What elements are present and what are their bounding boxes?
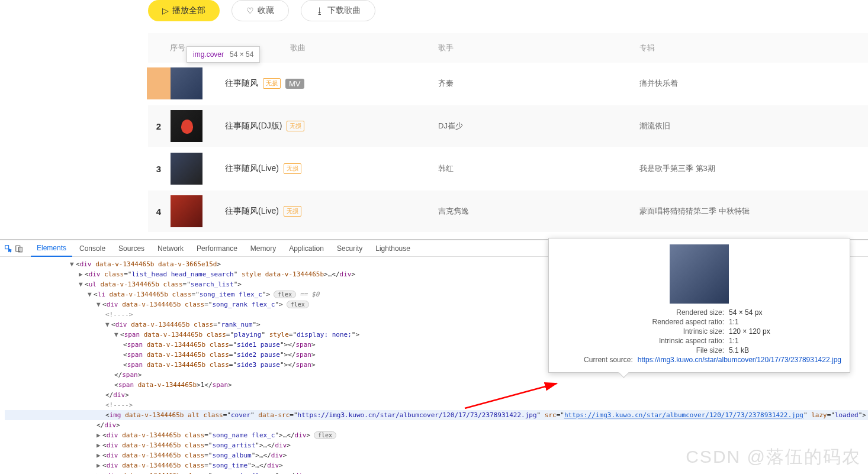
current-source-value[interactable]: https://img3.kuwo.cn/star/albumcover/120… [638, 356, 841, 364]
favorite-button[interactable]: ♡收藏 [232, 0, 289, 21]
tooltip-dimensions: 54 × 54 [230, 50, 253, 59]
tab-security[interactable]: Security [331, 241, 368, 256]
mv-badge[interactable]: MV [285, 79, 304, 89]
rendered-size-value: 54 × 54 px [729, 308, 762, 317]
song-name[interactable]: 往事随风(Live) [225, 163, 279, 174]
element-inspect-tooltip: img.cover 54 × 54 [187, 46, 260, 63]
selected-dom-node[interactable]: <img data-v-1344465b alt class="cover" d… [5, 410, 868, 420]
album-cover[interactable] [171, 153, 202, 185]
preview-thumbnail [670, 244, 729, 304]
quality-badge: 无损 [284, 163, 301, 174]
album-name[interactable]: 潮流依旧 [639, 121, 868, 131]
tooltip-selector: img.cover [193, 50, 224, 59]
song-name[interactable]: 往事随风(Live) [225, 206, 279, 217]
tab-console[interactable]: Console [73, 241, 111, 256]
header-artist: 歌手 [438, 43, 639, 53]
header-album: 专辑 [639, 43, 868, 53]
inspect-icon[interactable] [4, 244, 13, 253]
song-list: 1 往事随风无损MV 齐秦 痛并快乐着 2 往事随风(DJ版)无损 DJ崔少 潮… [148, 63, 868, 232]
tab-network[interactable]: Network [152, 241, 189, 256]
intrinsic-size-value: 120 × 120 px [729, 327, 770, 336]
current-source-label: Current source: [557, 356, 638, 364]
album-cover[interactable] [171, 67, 202, 99]
action-bar: ▷播放全部 ♡收藏 ⭳下载歌曲 [148, 0, 868, 33]
rendered-ratio-value: 1:1 [729, 318, 739, 326]
artist-name[interactable]: DJ崔少 [438, 121, 639, 131]
table-row[interactable]: 3 往事随风(Live)无损 韩红 我是歌手第三季 第3期 [148, 148, 868, 189]
table-row[interactable]: 2 往事随风(DJ版)无损 DJ崔少 潮流依旧 [148, 105, 868, 147]
tab-sources[interactable]: Sources [112, 241, 150, 256]
album-name[interactable]: 我是歌手第三季 第3期 [639, 163, 868, 174]
device-toolbar-icon[interactable] [14, 244, 24, 253]
tab-lighthouse[interactable]: Lighthouse [369, 241, 416, 256]
play-all-button[interactable]: ▷播放全部 [148, 0, 220, 21]
table-row[interactable]: 1 往事随风无损MV 齐秦 痛并快乐着 [148, 63, 868, 104]
quality-badge: 无损 [287, 121, 304, 131]
rank-number: 4 [153, 207, 165, 217]
file-size-label: File size: [557, 346, 729, 354]
album-name[interactable]: 痛并快乐着 [639, 78, 868, 89]
table-row[interactable]: 4 往事随风(Live)无损 吉克隽逸 蒙面唱将猜猜猜第二季 中秋特辑 [148, 191, 868, 232]
album-name[interactable]: 蒙面唱将猜猜猜第二季 中秋特辑 [639, 206, 868, 217]
rendered-ratio-label: Rendered aspect ratio: [557, 318, 729, 326]
download-label: 下载歌曲 [327, 5, 361, 16]
intrinsic-ratio-label: Intrinsic aspect ratio: [557, 337, 729, 345]
file-size-value: 5.1 kB [729, 346, 749, 354]
quality-badge: 无损 [284, 206, 301, 217]
album-cover[interactable] [171, 110, 202, 142]
tab-memory[interactable]: Memory [245, 241, 282, 256]
svg-rect-0 [5, 245, 9, 249]
artist-name[interactable]: 韩红 [438, 163, 639, 174]
rank-number: 2 [153, 121, 165, 131]
artist-name[interactable]: 齐秦 [438, 78, 639, 89]
play-all-label: 播放全部 [172, 5, 205, 16]
rendered-size-label: Rendered size: [557, 308, 729, 317]
rank-number: 3 [153, 164, 165, 174]
song-name[interactable]: 往事随风 [225, 78, 258, 89]
svg-rect-1 [16, 246, 20, 251]
download-button[interactable]: ⭳下载歌曲 [301, 0, 375, 21]
intrinsic-ratio-value: 1:1 [729, 337, 739, 345]
album-cover[interactable] [171, 195, 202, 227]
image-preview-popover: Rendered size:54 × 54 px Rendered aspect… [548, 238, 850, 373]
song-name[interactable]: 往事随风(DJ版) [225, 121, 282, 131]
tab-performance[interactable]: Performance [191, 241, 243, 256]
intrinsic-size-label: Intrinsic size: [557, 327, 729, 336]
quality-badge: 无损 [263, 78, 281, 89]
heart-icon: ♡ [246, 6, 254, 15]
favorite-label: 收藏 [258, 5, 274, 16]
download-icon: ⭳ [316, 6, 324, 15]
artist-name[interactable]: 吉克隽逸 [438, 206, 639, 217]
tab-application[interactable]: Application [283, 241, 330, 256]
tab-elements[interactable]: Elements [31, 240, 72, 257]
play-icon: ▷ [162, 6, 169, 15]
